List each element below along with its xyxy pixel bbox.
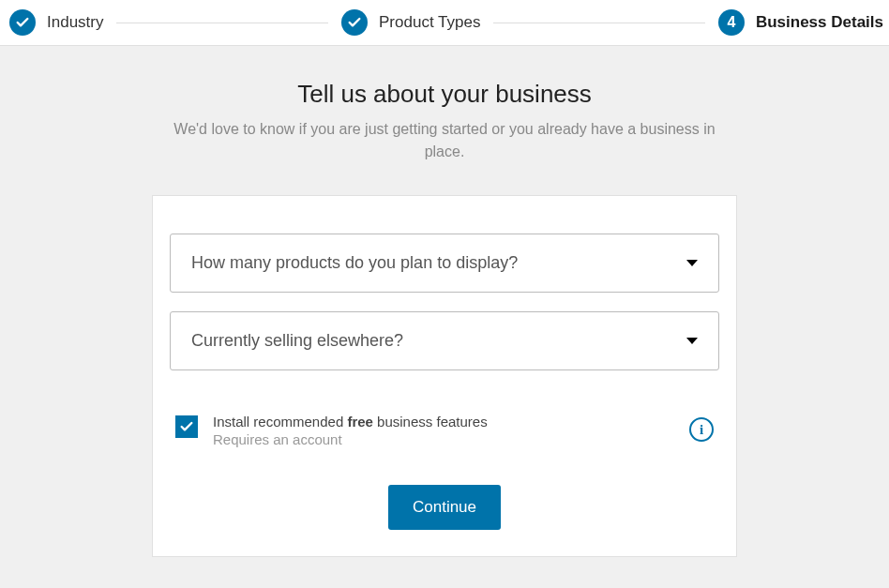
step-connector [116,23,328,23]
step-number: 4 [727,14,735,31]
step-industry[interactable]: Industry [9,9,103,36]
step-product-types[interactable]: Product Types [341,9,480,36]
install-features-row: Install recommended free business featur… [170,414,719,447]
step-number-icon: 4 [718,9,745,36]
continue-button[interactable]: Continue [388,485,501,530]
select-label: Currently selling elsewhere? [191,331,403,351]
step-label: Industry [47,13,103,32]
install-features-label: Install recommended free business featur… [213,414,674,430]
install-features-text: Install recommended free business featur… [213,414,674,447]
info-icon[interactable]: i [689,417,714,442]
step-connector [493,23,705,23]
select-label: How many products do you plan to display… [191,253,518,273]
page-subtitle: We'd love to know if you are just gettin… [154,118,735,163]
main-content: Tell us about your business We'd love to… [0,46,889,557]
chevron-down-icon [686,260,698,266]
check-icon [9,9,36,36]
chevron-down-icon [686,338,698,344]
check-icon [341,9,368,36]
form-card: How many products do you plan to display… [152,195,737,557]
step-label: Product Types [379,13,480,32]
install-features-sublabel: Requires an account [213,431,674,447]
step-label: Business Details [756,13,883,32]
page-title: Tell us about your business [297,80,592,109]
step-business-details[interactable]: 4 Business Details [718,9,883,36]
products-count-select[interactable]: How many products do you plan to display… [170,234,719,293]
install-features-checkbox[interactable] [175,415,198,438]
stepper: Industry Product Types 4 Business Detail… [0,0,889,46]
selling-elsewhere-select[interactable]: Currently selling elsewhere? [170,311,719,370]
